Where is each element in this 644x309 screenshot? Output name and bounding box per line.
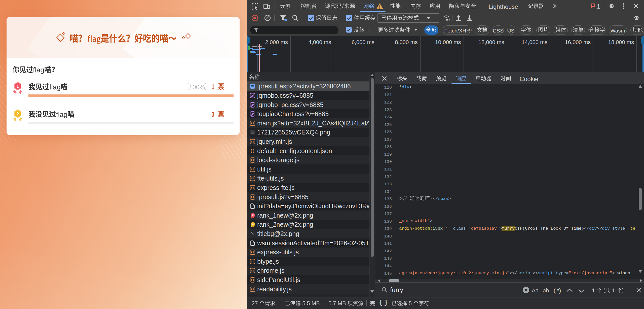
svg-text:1: 1	[17, 84, 19, 89]
svg-text:2: 2	[252, 223, 253, 226]
svg-text:1: 1	[252, 214, 253, 216]
svg-text:2: 2	[17, 112, 19, 116]
